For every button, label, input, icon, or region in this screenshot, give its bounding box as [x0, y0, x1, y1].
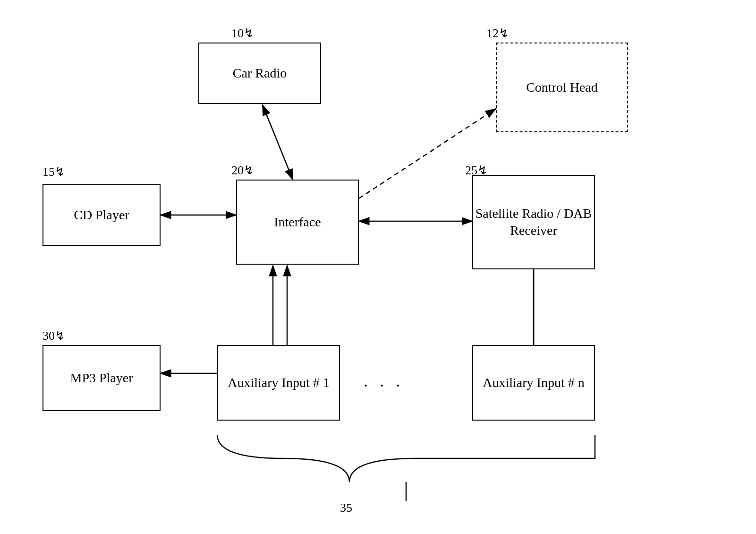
ref-15: 15↯ — [42, 164, 65, 179]
diagram: Car Radio Control Head CD Player Interfa… — [0, 0, 756, 534]
ref-10: 10↯ — [231, 26, 254, 41]
cd-player-box: CD Player — [42, 184, 161, 246]
aux-input-1-box: Auxiliary Input # 1 — [217, 345, 340, 421]
satellite-radio-box: Satellite Radio / DAB Receiver — [472, 175, 595, 269]
cd-player-label: CD Player — [74, 207, 129, 224]
aux-input-1-label: Auxiliary Input # 1 — [228, 374, 329, 391]
interface-box: Interface — [236, 180, 359, 265]
ellipsis-dots: · · · — [364, 376, 404, 396]
ref-20: 20↯ — [231, 163, 254, 178]
arrows-svg — [0, 0, 756, 534]
control-head-box: Control Head — [496, 43, 628, 132]
svg-line-3 — [263, 105, 293, 180]
car-radio-box: Car Radio — [198, 43, 321, 104]
mp3-player-label: MP3 Player — [70, 370, 133, 387]
ref-12: 12↯ — [486, 26, 509, 41]
satellite-radio-label: Satellite Radio / DAB Receiver — [473, 205, 594, 240]
aux-input-n-box: Auxiliary Input # n — [472, 345, 595, 421]
mp3-player-box: MP3 Player — [42, 345, 161, 411]
aux-input-n-label: Auxiliary Input # n — [483, 374, 584, 391]
interface-label: Interface — [274, 214, 321, 231]
control-head-label: Control Head — [526, 79, 598, 96]
ref-35: 35 — [340, 501, 352, 515]
ref-25: 25↯ — [465, 163, 488, 178]
ref-30: 30↯ — [42, 328, 65, 343]
car-radio-label: Car Radio — [233, 65, 287, 82]
